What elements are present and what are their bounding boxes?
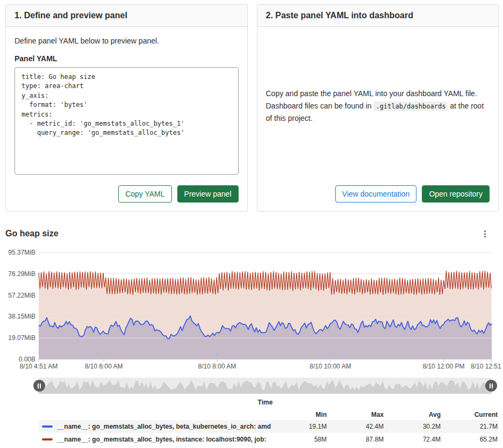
x-axis-tick-label: 8/10 4:51 AM — [20, 363, 58, 370]
x-axis-tick-label: 8/10 12:51 PM — [471, 363, 503, 370]
define-panel-card: 1. Define and preview panel Define panel… — [5, 4, 248, 212]
x-axis-tick-label: 8/10 8:00 AM — [198, 363, 236, 370]
preview-panel-button[interactable]: Preview panel — [177, 185, 239, 203]
legend-series-swatch — [42, 438, 53, 440]
define-panel-card-title: 1. Define and preview panel — [6, 5, 247, 27]
x-axis-tick-label: 8/10 12:00 PM — [422, 363, 464, 370]
timeline-scrubber[interactable] — [0, 376, 503, 395]
legend-stat-max: 87.8M — [328, 436, 385, 443]
legend-header-row: MinMaxAvgCurrent — [39, 409, 499, 420]
legend-stat-current: 65.2M — [442, 436, 499, 443]
panel-preview-section: Go heap size 0.00B19.07MiB38.15MiB57.22M… — [0, 226, 503, 446]
kebab-menu-icon — [484, 230, 486, 237]
open-repository-button[interactable]: Open repository — [422, 185, 490, 203]
panel-yaml-label: Panel YAML — [15, 54, 239, 63]
chart-more-actions-button[interactable] — [482, 228, 488, 240]
dashboards-path-code: .gitlab/dashboards — [373, 102, 448, 111]
legend-stat-avg: 72.4M — [385, 436, 442, 443]
legend-stat-avg: 30.2M — [385, 423, 442, 430]
legend-series-label: __name__: go_memstats_alloc_bytes, insta… — [39, 436, 271, 443]
legend-row[interactable]: __name__: go_memstats_alloc_bytes, insta… — [39, 433, 499, 446]
chart-title: Go heap size — [5, 229, 59, 239]
legend-stat-min: 19.1M — [271, 423, 328, 430]
legend-stat-current: 21.7M — [442, 423, 499, 430]
legend-stat-min: 58M — [271, 436, 328, 443]
legend-series-swatch — [42, 425, 53, 428]
chart-plot-svg[interactable] — [0, 250, 503, 371]
x-axis-title: Time — [39, 399, 492, 406]
legend-series-label: __name__: go_memstats_alloc_bytes, beta_… — [39, 423, 271, 430]
legend-column-header: Max — [328, 411, 385, 418]
legend-row[interactable]: __name__: go_memstats_alloc_bytes, beta_… — [39, 420, 499, 433]
legend-series-name: __name__: go_memstats_alloc_bytes, beta_… — [57, 423, 271, 430]
legend-series-name: __name__: go_memstats_alloc_bytes, insta… — [57, 436, 266, 443]
legend-column-header: Min — [271, 411, 328, 418]
x-axis-tick-label: 8/10 10:00 AM — [310, 363, 351, 370]
legend-column-header: Avg — [385, 411, 442, 418]
scrubber-left-handle[interactable] — [33, 380, 45, 392]
view-documentation-button[interactable]: View documentation — [335, 185, 417, 203]
paste-yaml-description: Copy and paste the panel YAML into your … — [266, 88, 490, 125]
chart-area: 0.00B19.07MiB38.15MiB57.22MiB76.29MiB95.… — [0, 250, 503, 371]
x-axis-tick-label: 8/10 6:00 AM — [85, 363, 123, 370]
define-panel-description: Define panel YAML below to preview panel… — [15, 35, 239, 47]
paste-yaml-card: 2. Paste panel YAML into dashboard Copy … — [257, 4, 499, 212]
legend-column-header: Current — [442, 411, 499, 418]
legend-stat-max: 42.4M — [328, 423, 385, 430]
chart-legend-table: MinMaxAvgCurrent__name__: go_memstats_al… — [39, 409, 499, 446]
scrubber-svg[interactable] — [0, 376, 503, 395]
setup-cards-row: 1. Define and preview panel Define panel… — [0, 0, 503, 212]
copy-yaml-button[interactable]: Copy YAML — [118, 185, 171, 203]
scrubber-right-handle[interactable] — [485, 380, 497, 392]
paste-yaml-card-title: 2. Paste panel YAML into dashboard — [257, 5, 499, 27]
panel-yaml-textarea[interactable]: title: Go heap size type: area-chart y_a… — [15, 67, 239, 175]
